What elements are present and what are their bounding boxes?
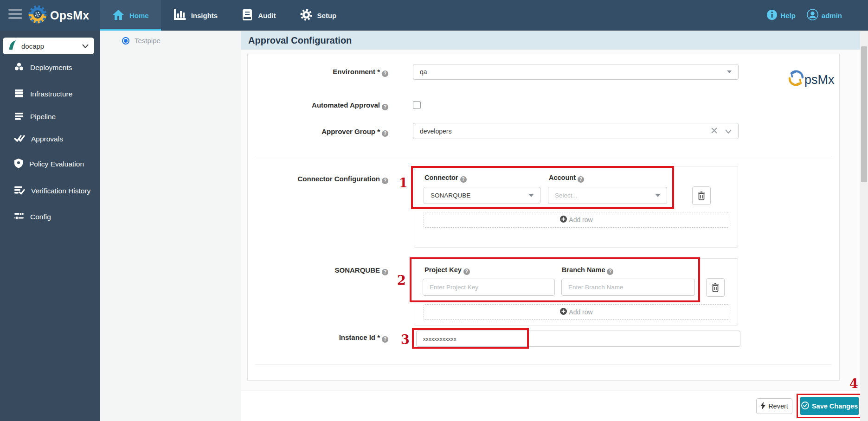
environment-select[interactable]: qa <box>413 64 739 80</box>
sidebar-item-label: Policy Evaluation <box>29 160 84 168</box>
connector-column-label: Connector? <box>424 174 467 183</box>
annotation-number-1: 1 <box>399 176 408 190</box>
caret-down-icon <box>727 70 732 73</box>
sidebar-item-pipeline[interactable]: Pipeline <box>0 109 100 124</box>
environment-label: Environment *? <box>248 67 388 77</box>
tab-setup[interactable]: Setup <box>288 0 349 31</box>
application-name: docapp <box>21 42 82 50</box>
help-icon[interactable]: ? <box>382 104 388 110</box>
help-label: Help <box>780 12 796 19</box>
delete-sonarqube-row-button[interactable] <box>706 278 725 297</box>
project-key-input[interactable]: Enter Project Key <box>423 279 555 296</box>
sidebar-item-policy-evaluation[interactable]: Policy Evaluation <box>0 157 100 172</box>
add-row-label: Add row <box>569 216 592 223</box>
left-sidebar: docapp Deployments Infrastructure Pipeli… <box>0 31 100 421</box>
help-icon[interactable]: ? <box>382 130 388 137</box>
sidebar-item-label: Verification History <box>31 187 90 195</box>
sidebar-item-infrastructure[interactable]: Infrastructure <box>0 87 100 102</box>
sidebar-item-label: Infrastructure <box>30 90 72 98</box>
sidebar-item-deployments[interactable]: Deployments <box>0 60 100 75</box>
instance-id-input[interactable]: xxxxxxxxxxxx <box>416 331 740 347</box>
trash-icon <box>712 283 719 292</box>
user-menu[interactable]: admin <box>807 9 842 22</box>
radio-selected-icon[interactable] <box>122 37 129 45</box>
svg-text:psMx: psMx <box>804 73 835 87</box>
connector-select[interactable]: SONARQUBE <box>424 187 540 204</box>
tab-insights-label: Insights <box>191 12 218 19</box>
annotation-number-3: 3 <box>401 332 410 347</box>
add-connector-row-button[interactable]: Add row <box>424 212 729 228</box>
approver-group-value: developers <box>420 128 711 135</box>
application-selector[interactable]: docapp <box>3 38 94 54</box>
page-header: Approval Configuration <box>241 31 860 50</box>
scrollbar-thumb[interactable] <box>861 46 867 182</box>
project-key-placeholder: Enter Project Key <box>430 284 548 291</box>
chevron-down-icon <box>82 42 89 50</box>
caret-down-icon <box>529 194 534 197</box>
sidebar-item-approvals[interactable]: Approvals <box>0 132 100 147</box>
revert-button[interactable]: Revert <box>756 398 792 414</box>
automated-approval-label: Automated Approval? <box>248 101 388 110</box>
chevron-down-icon <box>725 128 732 135</box>
infrastructure-server-icon <box>14 88 24 100</box>
instance-id-value: xxxxxxxxxxxx <box>423 336 733 342</box>
save-changes-button[interactable]: Save Changes <box>800 397 859 415</box>
sidebar-item-verification-history[interactable]: Verification History <box>0 184 100 198</box>
pipeline-list-panel: Testpipe <box>100 31 241 421</box>
automated-approval-checkbox[interactable] <box>413 101 421 109</box>
user-label: admin <box>822 12 842 19</box>
sidebar-item-config[interactable]: Config <box>0 210 100 224</box>
opsmx-watermark-logo: psMx <box>787 68 835 90</box>
clear-x-icon[interactable] <box>711 127 718 135</box>
pipeline-item-testpipe[interactable]: Testpipe <box>122 37 161 45</box>
insights-bar-chart-icon <box>173 9 186 22</box>
opsmx-brand: OpsMx <box>27 4 89 27</box>
plus-circle-icon <box>560 216 567 224</box>
audit-book-icon <box>242 9 253 22</box>
help-icon[interactable]: ? <box>463 268 470 275</box>
opsmx-gear-logo-icon <box>27 4 48 27</box>
approver-group-label: Approver Group *? <box>248 127 388 137</box>
help-icon[interactable]: ? <box>607 268 613 275</box>
approvals-double-check-icon <box>14 134 25 145</box>
help-icon[interactable]: ? <box>382 336 388 343</box>
tab-home[interactable]: Home <box>100 0 161 31</box>
tab-insights[interactable]: Insights <box>161 0 230 31</box>
add-sonarqube-row-button[interactable]: Add row <box>424 304 729 320</box>
account-placeholder: Select... <box>555 192 656 199</box>
help-icon[interactable]: ? <box>460 176 467 183</box>
bottom-action-bar: Revert Save Changes <box>241 390 868 421</box>
project-key-column-label: Project Key? <box>424 266 470 275</box>
delete-connector-row-button[interactable] <box>692 186 711 205</box>
top-navbar: OpsMx Home Insights <box>0 0 868 31</box>
divider <box>255 156 832 156</box>
help-icon[interactable]: ? <box>382 269 388 275</box>
config-sliders-icon <box>14 211 24 223</box>
tab-setup-label: Setup <box>317 12 337 19</box>
deployments-icon <box>14 62 24 74</box>
help-icon[interactable]: ? <box>382 70 388 77</box>
pipeline-icon <box>14 111 24 123</box>
hamburger-menu-icon[interactable] <box>8 9 22 20</box>
account-select[interactable]: Select... <box>548 187 667 204</box>
main-content: Approval Configuration psMx Environment … <box>241 31 868 421</box>
help-icon[interactable]: ? <box>382 178 388 184</box>
branch-name-input[interactable]: Enter Branch Name <box>561 279 695 296</box>
pipeline-name: Testpipe <box>135 37 161 45</box>
tab-audit[interactable]: Audit <box>230 0 288 31</box>
verification-history-icon <box>14 185 25 197</box>
branch-name-column-label: Branch Name? <box>562 266 613 275</box>
save-changes-label: Save Changes <box>812 402 858 410</box>
tab-audit-label: Audit <box>258 12 276 19</box>
environment-value: qa <box>420 68 727 76</box>
sonarqube-table: Project Key? Branch Name? Enter Project … <box>414 258 738 325</box>
policy-shield-icon <box>14 158 23 170</box>
approver-group-select[interactable]: developers <box>413 123 739 139</box>
page-title: Approval Configuration <box>248 35 352 46</box>
vertical-scrollbar[interactable] <box>860 31 868 421</box>
sidebar-item-label: Pipeline <box>30 113 56 121</box>
help-button[interactable]: Help <box>767 10 796 21</box>
connector-value: SONARQUBE <box>431 192 529 199</box>
help-icon[interactable]: ? <box>578 176 584 183</box>
instance-id-label: Instance Id *? <box>248 333 388 343</box>
